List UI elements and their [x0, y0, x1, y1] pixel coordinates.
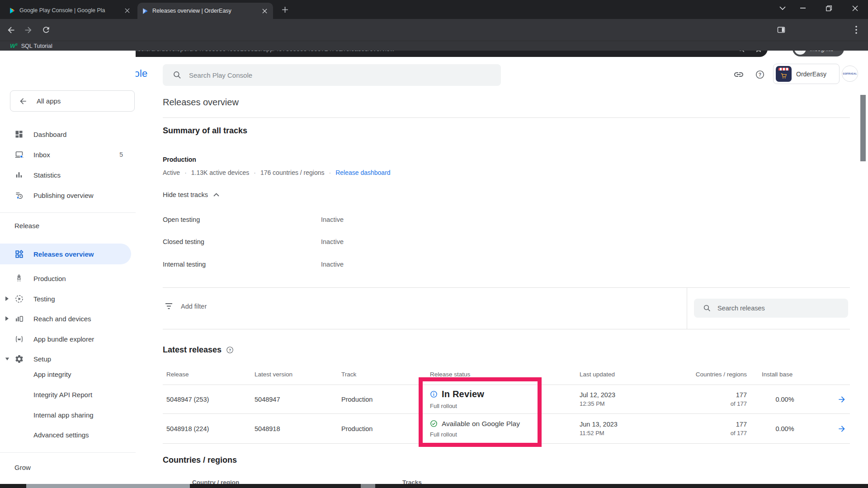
countries-cell: 177 of 177 — [693, 391, 756, 407]
sidebar-item-publishing-overview[interactable]: Publishing overview — [0, 185, 136, 205]
forward-icon[interactable] — [23, 24, 33, 35]
back-icon[interactable] — [5, 24, 16, 35]
sidebar-item-label: App bundle explorer — [33, 335, 94, 343]
ordereasy-app-icon — [776, 66, 792, 82]
countries-count: 176 countries / regions — [260, 169, 325, 176]
w3schools-icon: W3 — [10, 42, 18, 49]
active-devices: 1.13K active devices — [191, 169, 249, 176]
sidebar-item-releases-overview[interactable]: Releases overview — [0, 244, 131, 264]
release-dashboard-link[interactable]: Release dashboard — [335, 169, 390, 176]
latest-releases-table: Release Latest version Track Release sta… — [163, 364, 850, 444]
side-panel-icon[interactable] — [776, 24, 787, 35]
expand-down-icon[interactable] — [5, 357, 9, 361]
expand-right-icon[interactable] — [5, 296, 9, 301]
bookmark-item[interactable]: SQL Tutorial — [21, 43, 52, 49]
table-header-row: Release Latest version Track Release sta… — [163, 364, 850, 385]
statistics-icon — [14, 170, 24, 179]
hide-test-tracks-toggle[interactable]: Hide test tracks — [163, 191, 219, 198]
browser-menu-icon[interactable] — [851, 24, 862, 35]
tab-google-play-console[interactable]: Google Play Console | Google Pla — [5, 4, 136, 17]
sidebar-item-label: Publishing overview — [33, 192, 94, 199]
inbox-count-badge: 5 — [119, 151, 123, 158]
search-releases[interactable] — [694, 299, 848, 318]
production-status-line: Active 1.13K active devices 176 countrie… — [163, 169, 391, 176]
install-base-value: 0.00% — [756, 425, 814, 432]
open-release-arrow-icon[interactable] — [814, 395, 850, 404]
sidebar-item-testing[interactable]: Testing — [0, 289, 136, 309]
tab-releases-overview[interactable]: Releases overview | OrderEasy — [137, 3, 273, 19]
countries-regions-heading: Countries / regions — [163, 455, 237, 465]
app-bundle-explorer-icon — [14, 334, 24, 344]
reload-icon[interactable] — [41, 24, 52, 35]
divider — [163, 329, 850, 329]
window-restore-button[interactable] — [818, 0, 839, 16]
sidebar-item-internal-app-sharing[interactable]: Internal app sharing — [0, 405, 136, 425]
info-icon — [430, 390, 438, 398]
col-countries-regions: Countries / regions — [693, 371, 756, 378]
setup-gear-icon — [14, 354, 24, 364]
tab-close-icon[interactable] — [123, 7, 131, 14]
sidebar-item-inbox[interactable]: Inbox 5 — [0, 145, 136, 164]
col-release: Release — [166, 371, 255, 378]
last-updated-cell: Jun 13, 2023 11:52 PM — [580, 421, 693, 436]
track-name: Production — [341, 396, 430, 403]
latest-releases-heading: Latest releases ? — [163, 345, 234, 355]
add-filter-label: Add filter — [181, 303, 207, 310]
sidebar-item-reach-and-devices[interactable]: Reach and devices — [0, 309, 136, 328]
console-search-input[interactable] — [189, 71, 501, 79]
table-row[interactable]: 5048918 (224) 5048918 Production Availab… — [163, 414, 850, 444]
account-avatar[interactable]: GOFRUGAL — [842, 66, 858, 82]
latest-version: 5048918 — [255, 425, 341, 432]
col-latest-version: Latest version — [255, 371, 341, 378]
link-icon[interactable] — [733, 69, 744, 80]
release-status-cell: In Review Full rollout — [430, 389, 580, 409]
vertical-scrollbar-thumb[interactable] — [860, 95, 866, 161]
new-tab-button[interactable] — [280, 5, 289, 14]
tab-title: Google Play Console | Google Pla — [19, 7, 120, 14]
sidebar-item-label: Testing — [33, 295, 55, 303]
release-name: 5048918 (224) — [166, 425, 255, 432]
tab-close-icon[interactable] — [261, 7, 269, 15]
production-track-label: Production — [163, 156, 196, 163]
status-in-review: In Review — [442, 389, 484, 399]
console-search[interactable] — [163, 64, 501, 86]
sidebar-item-label: Inbox — [33, 151, 50, 159]
tab-search-icon[interactable] — [772, 0, 793, 16]
sidebar-item-label: Statistics — [33, 171, 61, 179]
add-filter-button[interactable]: Add filter — [165, 303, 207, 310]
window-close-button[interactable] — [844, 0, 865, 16]
sidebar-item-production[interactable]: Production — [0, 268, 136, 288]
sidebar-item-dashboard[interactable]: Dashboard — [0, 124, 136, 144]
bookmarks-bar: W3 SQL Tutorial — [0, 41, 868, 51]
all-apps-button[interactable]: All apps — [10, 90, 135, 112]
current-app-selector[interactable]: OrderEasy — [773, 64, 840, 84]
help-icon[interactable]: ? — [755, 70, 765, 80]
search-releases-input[interactable] — [717, 305, 848, 312]
countries-value: 177 — [693, 421, 747, 428]
status-available: Available on Google Play — [442, 420, 520, 428]
sidebar-item-label: App integrity — [33, 371, 71, 378]
countries-total: of 177 — [693, 430, 747, 436]
open-release-arrow-icon[interactable] — [814, 424, 850, 433]
browser-tabstrip: Google Play Console | Google Pla Release… — [0, 0, 868, 19]
col-track: Track — [341, 371, 430, 378]
sidebar-item-advanced-settings[interactable]: Advanced settings — [0, 425, 136, 445]
table-row[interactable]: 5048947 (253) 5048947 Production In Revi… — [163, 385, 850, 414]
help-icon[interactable]: ? — [226, 346, 234, 354]
latest-releases-label: Latest releases — [163, 345, 222, 355]
sidebar-item-label: Dashboard — [33, 131, 66, 138]
window-minimize-button[interactable] — [793, 0, 813, 16]
update-time: 11:52 PM — [580, 430, 693, 436]
sidebar-item-label: Setup — [33, 355, 51, 363]
col-last-updated: Last updated — [580, 371, 693, 378]
update-time: 12:35 PM — [580, 400, 693, 407]
sidebar-item-integrity-api-report[interactable]: Integrity API Report — [0, 385, 136, 404]
sidebar-item-statistics[interactable]: Statistics — [0, 165, 136, 185]
sidebar-item-app-bundle-explorer[interactable]: App bundle explorer — [0, 329, 136, 349]
expand-right-icon[interactable] — [5, 316, 9, 321]
dashboard-icon — [14, 130, 24, 139]
sidebar-section-release: Release — [14, 222, 39, 230]
divider — [163, 117, 850, 118]
install-base-value: 0.00% — [756, 396, 814, 403]
sidebar-item-app-integrity[interactable]: App integrity — [0, 364, 136, 384]
